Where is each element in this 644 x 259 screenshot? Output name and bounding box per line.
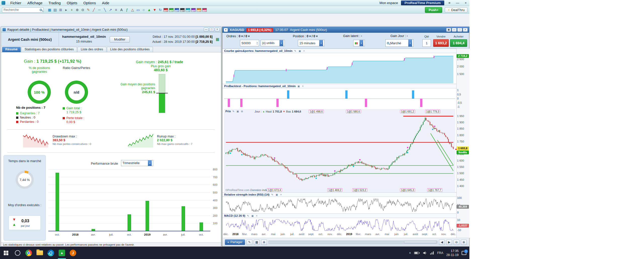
tab-3[interactable]: Liste des positions clôturées (107, 47, 153, 52)
tray-clock[interactable]: 17:35 28-11-19 (446, 249, 459, 257)
sell-button[interactable]: 1 693,2 (433, 39, 449, 47)
refresh-icon[interactable]: ↻ (157, 7, 163, 13)
taskbar-prorealtime-button[interactable]: ▲ (56, 247, 67, 259)
price-axis[interactable] (456, 49, 469, 238)
dealthru-button[interactable]: ⚡DealThru (445, 7, 467, 13)
search-box[interactable] (2, 7, 44, 13)
grid-icon[interactable]: ▦ (254, 240, 260, 245)
menu-options[interactable]: Options (80, 1, 99, 5)
network-icon[interactable] (430, 251, 434, 254)
close-icon[interactable]: × (303, 50, 305, 52)
report-settings-icon[interactable]: ▦ (216, 37, 219, 42)
share-button[interactable]: «Partager (225, 239, 245, 245)
push-plus-button[interactable]: Push+ (425, 7, 442, 13)
menu-affichage[interactable]: Affichage (24, 1, 46, 5)
symbol-dropdown-icon[interactable]: ▾ (224, 28, 228, 32)
search-input[interactable] (4, 8, 39, 12)
menu-aide[interactable]: Aide (99, 1, 112, 5)
crosshair-icon[interactable]: + (69, 7, 74, 13)
layout-preset-6-icon[interactable] (191, 8, 196, 12)
maximize-icon[interactable]: □ (457, 28, 462, 32)
close-icon[interactable]: × (215, 28, 220, 31)
layout-preset-2-icon[interactable] (169, 8, 174, 12)
scroll-right-icon[interactable]: ▶ (446, 240, 452, 245)
add-icon[interactable]: ⊕ (240, 110, 244, 113)
chart-window-titlebar[interactable]: ▾ XAGUSD 1 693,8 (-0,32%) 17:35:07 Argen… (222, 27, 469, 33)
tab-resume[interactable]: Résumé (2, 47, 21, 52)
window-icon[interactable]: ▣ (251, 214, 254, 217)
close-icon[interactable]: × (280, 193, 282, 196)
edit-icon[interactable]: ✎ (294, 50, 297, 52)
minimize-icon[interactable]: — (204, 28, 209, 31)
horizontal-line-icon[interactable]: ─ (97, 7, 102, 13)
close-icon[interactable]: × (463, 1, 468, 5)
ellipse-icon[interactable]: ○ (141, 7, 146, 13)
quantity-input[interactable]: 50000 ▴▾ (240, 40, 259, 46)
edit-icon[interactable]: ✎ (247, 214, 250, 217)
pointer-icon[interactable]: ▸ (63, 7, 69, 13)
scroll-left-icon[interactable]: ◀ (439, 240, 445, 245)
sell-arrow-icon[interactable]: ▼ (152, 7, 157, 13)
taskbar-java-button[interactable]: J (67, 247, 78, 259)
trendline-icon[interactable]: ╱ (91, 7, 97, 13)
period-select[interactable]: Trimestrielle ▾ (121, 160, 153, 166)
minimize-icon[interactable]: — (452, 28, 457, 32)
menu-objets[interactable]: Objets (64, 1, 80, 5)
tray-chevron-icon[interactable]: ∧ (409, 251, 411, 254)
zoom-out-icon[interactable]: ⊖ (454, 240, 459, 245)
segment-icon[interactable]: ╲ (102, 7, 108, 13)
report-window-titlebar[interactable]: Rapport détaillé | ProBacktest | hammern… (1, 27, 221, 32)
pencil-icon[interactable]: ✎ (86, 7, 91, 13)
arrow-line-icon[interactable]: ↗ (108, 7, 113, 13)
add-indicator-icon[interactable]: ⊕ (261, 240, 267, 245)
start-button[interactable] (0, 247, 12, 259)
buy-arrow-icon[interactable]: ▲ (146, 7, 152, 13)
text-icon[interactable]: A (119, 7, 124, 13)
layout-preset-8-icon[interactable] (202, 8, 207, 12)
maximize-icon[interactable]: □ (209, 28, 214, 31)
speaker-icon[interactable] (423, 251, 427, 255)
layout-preset-5-icon[interactable] (186, 8, 190, 12)
edit-icon[interactable]: ✎ (232, 110, 235, 113)
mon-espace-link[interactable]: Mon espace (379, 1, 398, 5)
detach-icon[interactable]: ▣ (446, 28, 451, 32)
layout-preset-3-icon[interactable] (175, 8, 179, 12)
action-center-icon[interactable]: 1 (462, 251, 466, 255)
stepper-icon[interactable]: ▴▾ (257, 41, 258, 45)
close-icon[interactable]: × (302, 85, 304, 88)
minimize-icon[interactable]: — (455, 1, 460, 5)
tab-2[interactable]: Liste des ordres (77, 47, 106, 52)
modify-button[interactable]: Modifier (110, 36, 130, 43)
taskbar-file-explorer-button[interactable] (34, 247, 45, 259)
zoom-in-icon[interactable]: ⊕ (461, 240, 467, 245)
order-type-select[interactable]: Marché ▾ (385, 39, 414, 47)
chart-style-select[interactable]: ▮▮ ▾ (353, 40, 365, 46)
edit-icon[interactable]: ✎ (271, 193, 274, 196)
triangle-icon[interactable]: △ (130, 7, 135, 13)
menu-fichier[interactable]: Fichier (7, 1, 24, 5)
zoom-out-icon[interactable]: ⊖ (80, 7, 86, 13)
taskbar-browser-button[interactable] (45, 247, 56, 259)
watchlist-icon[interactable]: ▤ (52, 7, 58, 13)
menu-trading[interactable]: Trading (46, 1, 64, 5)
draw-tools-icon[interactable]: ✎ (247, 240, 252, 245)
battery-icon[interactable] (414, 251, 420, 254)
layout-preset-1-icon[interactable] (164, 8, 168, 12)
workspace-icon[interactable]: ▦ (47, 7, 52, 13)
window-icon[interactable]: ▣ (275, 193, 278, 196)
function-icon[interactable]: ƒ (124, 7, 130, 13)
layout-preset-7-icon[interactable] (197, 8, 201, 12)
zoom-in-icon[interactable]: ⊕ (74, 7, 80, 13)
buy-button[interactable]: 1 694,4 (450, 39, 467, 47)
close-icon[interactable]: × (463, 28, 468, 32)
tab-1[interactable]: Statistiques des positions clôturées (21, 47, 77, 52)
chart-scrollbar[interactable] (268, 241, 437, 244)
window-icon[interactable]: ▣ (297, 85, 300, 88)
taskbar-chrome-button[interactable] (23, 247, 34, 259)
window-icon[interactable]: ▣ (298, 50, 301, 52)
fibonacci-icon[interactable]: ≡ (113, 7, 119, 13)
window-icon[interactable]: ▣ (236, 110, 239, 113)
burger-menu-icon[interactable]: ≡ (447, 1, 452, 5)
order-qty-input[interactable]: 1 (422, 39, 431, 47)
new-chart-icon[interactable]: ⊞ (58, 7, 63, 13)
